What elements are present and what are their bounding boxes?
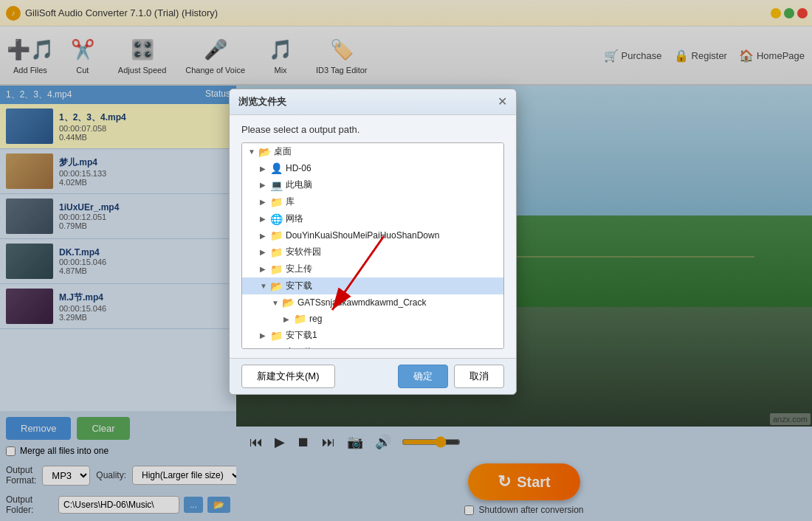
new-folder-button[interactable]: 新建文件夹(M) [241,365,335,388]
tree-item-label: reg [309,314,322,324]
tree-folder-icon: 📁 [270,263,283,275]
tree-item-label: 安下载 [286,280,312,292]
tree-item-label: 安下载1 [286,329,317,342]
tree-folder-icon: 👤 [270,162,283,174]
browse-dialog: 浏览文件夹 ✕ Please select a output path. ▼ 📂… [229,89,517,395]
tree-folder-icon: 📁 [270,246,283,258]
tree-folder-icon: 📂 [282,297,295,308]
tree-folder-icon: 📁 [270,347,283,350]
tree-item-label: 安下载2 [286,346,317,349]
dialog-title: 浏览文件夹 [238,95,286,108]
tree-folder-icon: 📁 [270,196,283,208]
tree-arrow: ▶ [260,331,269,339]
tree-item-label: 库 [286,196,295,208]
tree-item[interactable]: ▶ 📁 DouYinKuaiShouMeiPaiHuoShanDown [242,227,503,244]
dialog-titlebar: 浏览文件夹 ✕ [230,89,516,115]
tree-arrow: ▶ [260,265,269,273]
tree-item-label: 桌面 [274,145,292,158]
tree-arrow: ▼ [260,282,269,290]
tree-arrow: ▼ [248,148,257,156]
file-tree[interactable]: ▼ 📂 桌面 ▶ 👤 HD-06 ▶ 💻 此电脑 ▶ 📁 库 ▶ 🌐 网络 ▶ [241,142,504,349]
dialog-body: Please select a output path. ▼ 📂 桌面 ▶ 👤 … [230,115,516,358]
tree-folder-icon: 📁 [270,330,283,342]
tree-item[interactable]: ▼ 📂 GATSsnjadkawmdkawmd_Crack [242,294,503,311]
tree-item[interactable]: ▼ 📂 桌面 [242,143,503,160]
tree-item[interactable]: ▶ 📁 安下载1 [242,327,503,344]
tree-item-label: 此电脑 [286,179,312,191]
tree-folder-icon: 💻 [270,179,283,191]
tree-arrow: ▶ [260,215,269,223]
tree-arrow: ▶ [260,348,269,349]
tree-item-label: 安上传 [286,263,312,275]
tree-item[interactable]: ▶ 🌐 网络 [242,210,503,227]
tree-item-label: DouYinKuaiShouMeiPaiHuoShanDown [286,230,439,241]
tree-item[interactable]: ▶ 📁 reg [242,311,503,327]
tree-item[interactable]: ▶ 📁 安下载2 [242,344,503,349]
dialog-close-button[interactable]: ✕ [498,96,507,108]
tree-arrow: ▶ [260,198,269,206]
tree-arrow: ▶ [283,315,292,323]
tree-item[interactable]: ▼ 📂 安下载 [242,277,503,294]
dialog-footer: 新建文件夹(M) 确定 取消 [230,358,516,394]
tree-item[interactable]: ▶ 👤 HD-06 [242,160,503,176]
tree-item-label: 安软件园 [286,246,321,258]
tree-arrow: ▶ [260,248,269,256]
tree-folder-icon: 📂 [258,146,271,158]
tree-item[interactable]: ▶ 📁 库 [242,193,503,210]
tree-arrow: ▶ [260,181,269,189]
tree-item-label: 网络 [286,213,303,225]
tree-item[interactable]: ▶ 📁 安上传 [242,260,503,277]
tree-folder-icon: 📁 [294,313,306,325]
ok-button[interactable]: 确定 [398,365,448,388]
tree-item-label: GATSsnjadkawmdkawmd_Crack [297,297,427,308]
tree-arrow: ▶ [260,232,269,240]
tree-arrow: ▶ [260,165,269,173]
tree-item-label: HD-06 [286,163,312,173]
tree-folder-icon: 📂 [270,280,283,292]
tree-folder-icon: 🌐 [270,213,283,225]
tree-folder-icon: 📁 [270,230,283,241]
tree-item[interactable]: ▶ 📁 安软件园 [242,244,503,260]
tree-arrow: ▼ [272,299,281,307]
dialog-prompt: Please select a output path. [241,124,504,135]
cancel-button[interactable]: 取消 [454,365,504,388]
tree-item[interactable]: ▶ 💻 此电脑 [242,176,503,193]
dialog-overlay: 浏览文件夹 ✕ Please select a output path. ▼ 📂… [0,0,812,521]
